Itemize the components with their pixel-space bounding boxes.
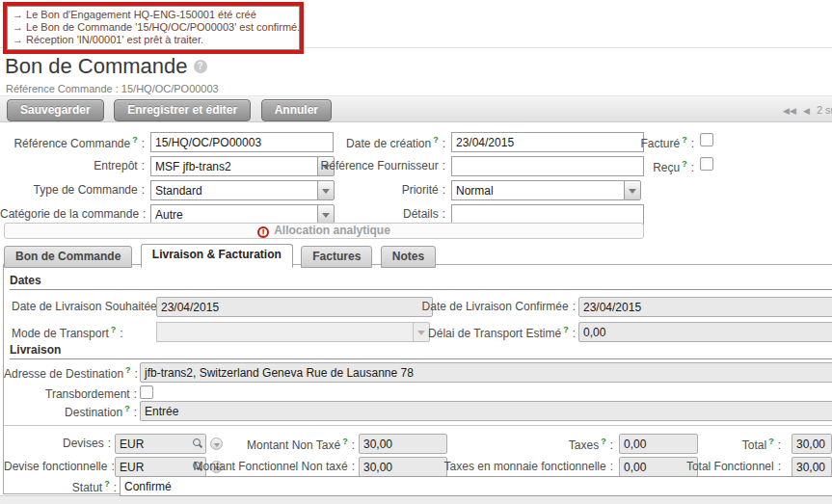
warehouse-input[interactable]: MSF jfb-trans2 (150, 156, 318, 176)
alert-icon: ! (257, 226, 269, 238)
order-type-label: Type de Commande: (0, 183, 145, 197)
delivery-invoicing-panel: Dates Date de Livraison Souhaitée: 23/04… (3, 264, 832, 494)
requested-date-input[interactable]: 23/04/2015 (156, 297, 433, 317)
status-input[interactable]: Confirmé (120, 476, 832, 496)
toolbar-buttons: Sauvegarder Enregistrer et éditer Annule… (7, 99, 337, 121)
tab-notes[interactable]: Notes (381, 246, 436, 268)
status-label: Statut?: (4, 479, 117, 494)
taxes-label: Taxes?: (409, 437, 613, 452)
breadcrumb: Référence Commande : 15/HQ/OC/PO00003 (6, 83, 219, 94)
page-title: Bon de Commande? (5, 54, 207, 79)
footer-strip (0, 495, 832, 504)
category-label: Catégorie de la commande: (0, 207, 145, 221)
help-icon: ? (601, 437, 606, 446)
priority-label: Priorité: (310, 183, 445, 197)
creation-date-label: Date de création?: (310, 135, 445, 150)
notification-log-inner: → Le Bon d'Engagement HQ-ENG-150001 été … (7, 6, 300, 50)
func-untaxed-label: Montant Fonctionnel Non taxé: (158, 460, 355, 473)
dest-address-input[interactable]: jfb-trans2, Switzerland Geneva Rue de La… (140, 362, 832, 383)
supplier-ref-label: Référence Fournisseur: (310, 159, 445, 172)
save-button[interactable]: Sauvegarder (7, 99, 104, 121)
warehouse-label: Entrepôt: (0, 159, 145, 172)
analytic-allocation-label: Allocation analytique (274, 224, 390, 237)
func-total-label: Total Fonctionnel: (640, 460, 781, 473)
log-line: → Le Bon d'Engagement HQ-ENG-150001 été … (13, 9, 294, 21)
cross-docking-label: Transbordement: (4, 387, 137, 401)
transport-lead-label: Délai de Transport Estimé?: (409, 325, 576, 340)
received-label: Reçu?: (578, 159, 694, 174)
help-icon: ? (125, 365, 131, 375)
confirmed-date-label: Date de Livraison Confirmée: (409, 300, 576, 313)
transport-lead-input[interactable]: 0,00 (578, 322, 832, 342)
pager-first-icon[interactable]: ◀◀ (783, 106, 796, 116)
help-icon: ? (104, 479, 110, 489)
category-input[interactable]: Autre (150, 204, 318, 225)
destination-input[interactable]: Entrée (140, 401, 832, 421)
reference-label: Référence Commande?: (0, 135, 145, 150)
tab-bon-de-commande[interactable]: Bon de Commande (4, 246, 132, 268)
help-icon: ? (132, 135, 138, 145)
priority-input[interactable]: Normal (451, 180, 625, 200)
pager: ◀◀ ◀ 2 su (783, 104, 832, 116)
dest-address-label: Adresse de Destination?: (4, 365, 137, 381)
invoiced-checkbox[interactable] (700, 133, 713, 146)
received-checkbox[interactable] (700, 157, 713, 171)
dates-section-header: Dates (10, 274, 832, 290)
help-icon: ? (682, 159, 687, 169)
destination-label: Destination?: (4, 404, 137, 419)
tab-livraison-facturation[interactable]: Livraison & Facturation (141, 244, 293, 268)
delivery-section-header: Livraison (10, 343, 832, 359)
log-line: → Le Bon de Commande '15/HQ/OC/PO00003' … (13, 21, 294, 34)
reference-input[interactable]: 15/HQ/OC/PO00003 (150, 132, 334, 152)
total-input[interactable]: 30,00 (792, 434, 832, 454)
log-line: → Réception 'IN/00001' est prêt à traite… (13, 34, 294, 46)
title-help-icon[interactable]: ? (194, 60, 207, 73)
untaxed-label: Montant Non Taxé?: (158, 437, 355, 452)
tab-bar: Bon de Commande Livraison & Facturation … (4, 244, 440, 268)
save-and-edit-button[interactable]: Enregistrer et éditer (114, 99, 251, 121)
details-label: Détails: (310, 207, 445, 221)
transport-mode-label: Mode de Transport?: (12, 325, 123, 340)
func-currency-label: Devise fonctionnelle: (4, 460, 111, 473)
invoiced-label: Facturé?: (578, 135, 694, 150)
cross-docking-checkbox[interactable] (140, 385, 153, 399)
help-icon: ? (433, 135, 439, 145)
toolbar: Sauvegarder Enregistrer et éditer Annule… (0, 95, 832, 122)
help-icon: ? (768, 437, 774, 446)
currency-label: Devises: (4, 437, 111, 450)
details-input[interactable] (451, 204, 644, 225)
cancel-button[interactable]: Annuler (261, 99, 332, 121)
transport-mode-input (156, 322, 414, 342)
purchase-order-page: → Le Bon d'Engagement HQ-ENG-150001 été … (0, 0, 832, 504)
pager-text: 2 su (817, 104, 832, 116)
help-icon: ? (563, 325, 569, 334)
notification-log: → Le Bon d'Engagement HQ-ENG-150001 été … (3, 2, 304, 54)
help-icon: ? (342, 437, 348, 446)
func-total-input[interactable]: 30,00 (792, 457, 832, 477)
page-title-text: Bon de Commande (5, 54, 188, 78)
help-icon: ? (124, 404, 130, 413)
section-divider (4, 425, 832, 426)
analytic-allocation-button[interactable]: !Allocation analytique (4, 223, 644, 239)
pager-prev-icon[interactable]: ◀ (803, 106, 810, 116)
confirmed-date-input[interactable]: 23/04/2015 (578, 297, 832, 317)
tab-factures[interactable]: Factures (301, 246, 372, 268)
priority-dropdown-button[interactable] (624, 180, 641, 200)
total-label: Total?: (640, 437, 781, 452)
requested-date-label: Date de Livraison Souhaitée: (12, 300, 164, 313)
func-taxes-label: Taxes en monnaie fonctionnelle: (409, 460, 613, 473)
help-icon: ? (682, 135, 687, 145)
help-icon: ? (111, 325, 117, 334)
order-type-input[interactable]: Standard (150, 180, 318, 200)
